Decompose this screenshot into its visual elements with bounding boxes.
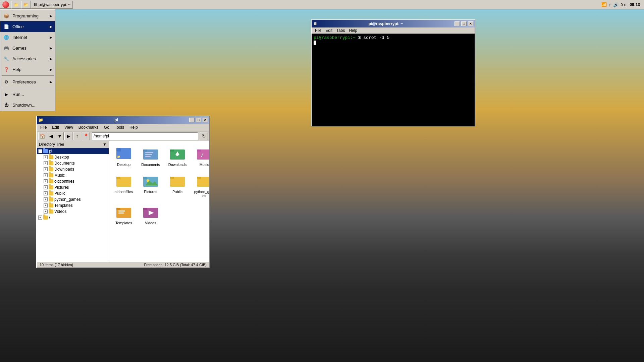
tree-folder-python-games-icon: [49, 197, 53, 201]
tree-folder-oldconffiles-icon: [49, 179, 53, 183]
file-item-pictures[interactable]: Pictures: [139, 171, 163, 199]
tree-expand-oldconffiles[interactable]: +: [44, 179, 48, 183]
filemanager-close-button[interactable]: ✕: [203, 118, 208, 122]
fm-menu-view[interactable]: View: [62, 124, 75, 130]
tree-item-root[interactable]: + /: [37, 215, 109, 221]
tree-expand-documents[interactable]: +: [44, 161, 48, 165]
tree-item-documents[interactable]: + Documents: [37, 160, 109, 166]
terminal-menu-edit[interactable]: Edit: [323, 28, 334, 33]
terminal-menu-file[interactable]: File: [313, 28, 323, 33]
fm-btn-dropdown[interactable]: ▼: [56, 132, 64, 140]
file-item-desktop[interactable]: 📁 Desktop: [112, 144, 136, 168]
raspi-menu-button[interactable]: [0, 1, 11, 9]
tree-expand-pictures[interactable]: +: [44, 185, 48, 189]
system-clock: 09:13: [628, 2, 642, 8]
svg-text:📁: 📁: [117, 155, 120, 158]
tree-item-desktop[interactable]: + Desktop: [37, 154, 109, 160]
menu-item-run[interactable]: ▶ Run...: [0, 89, 55, 100]
terminal-menu-help[interactable]: Help: [347, 28, 359, 33]
svg-marker-23: [170, 177, 174, 179]
file-item-templates-label: Templates: [115, 221, 132, 225]
tree-item-pi[interactable]: - pi: [37, 148, 109, 154]
menu-item-run-label: Run...: [12, 92, 52, 97]
tree-folder-pi-icon: [43, 149, 48, 153]
fm-tree-collapse-icon[interactable]: ▼: [103, 142, 107, 147]
tree-item-pictures[interactable]: + Pictures: [37, 184, 109, 190]
terminal-close-button[interactable]: ✕: [468, 21, 473, 26]
tree-expand-videos[interactable]: +: [44, 209, 48, 214]
file-item-public[interactable]: Public: [165, 171, 190, 199]
tree-item-python-games[interactable]: + python_games: [37, 196, 109, 202]
fm-menu-file[interactable]: File: [38, 124, 49, 130]
tree-item-oldconffiles[interactable]: + oldconffiles: [37, 178, 109, 184]
fm-btn-forward[interactable]: ▶: [64, 132, 72, 140]
terminal-taskbar-icon: 🖥: [33, 2, 37, 7]
terminal-window: 🖥 pi@raspberrypi: ~ _ □ ✕ File Edit Tabs…: [311, 19, 475, 127]
filemanager-title-icon: 📁: [38, 118, 43, 122]
filemanager-minimize-button[interactable]: _: [189, 118, 195, 122]
file-item-oldconffiles[interactable]: oldconffiles: [112, 171, 136, 199]
tree-item-public[interactable]: + Public: [37, 190, 109, 196]
fm-btn-reload[interactable]: ↻: [200, 132, 208, 140]
terminal-minimize-button[interactable]: _: [454, 21, 460, 26]
tree-expand-python-games[interactable]: +: [44, 197, 48, 201]
svg-rect-28: [118, 210, 125, 212]
file-item-music[interactable]: ♪ Music: [192, 144, 209, 168]
svg-marker-25: [197, 177, 201, 179]
menu-item-programming[interactable]: 📦 Programming ▶: [0, 10, 55, 21]
app-menu: 📦 Programming ▶ 📄 Office ▶ 🌐 Internet ▶ …: [0, 9, 55, 111]
tree-folder-root-icon: [43, 216, 48, 220]
file-item-downloads[interactable]: Downloads: [165, 144, 190, 168]
tree-folder-pictures-icon: [49, 185, 53, 189]
menu-item-internet-label: Internet: [12, 35, 47, 40]
menu-item-games[interactable]: 🎮 Games ▶: [0, 43, 55, 53]
tree-expand-pi[interactable]: -: [38, 149, 42, 153]
fm-btn-up[interactable]: ↑: [73, 132, 81, 140]
tree-expand-public[interactable]: +: [44, 191, 48, 195]
fm-tree-header: Directory Tree ▼: [37, 141, 109, 148]
fm-icon-grid: 📁 Desktop: [112, 144, 207, 227]
fm-btn-home[interactable]: 🏠: [38, 132, 46, 140]
volume-level: 0 x: [621, 3, 626, 7]
terminal-taskbar-btn[interactable]: 🖥 pi@raspberrypi: ~: [31, 1, 73, 9]
volume-icon[interactable]: 🔊: [613, 2, 619, 7]
menu-item-shutdown[interactable]: ⏻ Shutdown...: [0, 100, 55, 110]
tree-item-downloads[interactable]: + Downloads: [37, 166, 109, 172]
menu-item-accessories[interactable]: 🔧 Accessories ▶: [0, 53, 55, 64]
bluetooth-icon[interactable]: 📶: [601, 2, 607, 7]
menu-item-office[interactable]: 📄 Office ▶: [0, 21, 55, 32]
file-item-python-games[interactable]: python_games: [192, 171, 209, 199]
terminal-maximize-button[interactable]: □: [461, 21, 467, 26]
fm-btn-back[interactable]: ◀: [47, 132, 55, 140]
menu-item-preferences[interactable]: ⚙ Preferences ▶: [0, 76, 55, 87]
tree-item-videos[interactable]: + Videos: [37, 208, 109, 215]
file-item-videos[interactable]: Videos: [139, 202, 163, 227]
menu-item-preferences-label: Preferences: [12, 79, 47, 84]
tree-item-templates[interactable]: + Templates: [37, 202, 109, 208]
fm-address-bar[interactable]: [92, 132, 198, 140]
fm-menu-tools[interactable]: Tools: [113, 124, 126, 130]
fm-menu-go[interactable]: Go: [102, 124, 111, 130]
fm-menu-help[interactable]: Help: [127, 124, 140, 130]
terminal-menu-tabs[interactable]: Tabs: [334, 28, 347, 33]
tree-expand-desktop[interactable]: +: [44, 155, 48, 159]
menu-item-internet[interactable]: 🌐 Internet ▶: [0, 32, 55, 43]
tree-expand-downloads[interactable]: +: [44, 167, 48, 171]
filemanager-maximize-button[interactable]: □: [196, 118, 201, 122]
tree-expand-root[interactable]: +: [38, 216, 42, 220]
tree-expand-templates[interactable]: +: [44, 203, 48, 207]
file-item-documents[interactable]: Documents: [139, 144, 163, 168]
filemanager-toolbar: 🏠 ◀ ▼ ▶ ↑ 📍 ↻: [37, 131, 209, 141]
fm-menu-bookmarks[interactable]: Bookmarks: [76, 124, 101, 130]
fm-btn-location[interactable]: 📍: [82, 132, 90, 140]
terminal-body[interactable]: pi@raspberrypi:~ $ scrot -d 5: [312, 34, 475, 125]
tree-item-music[interactable]: + Music: [37, 172, 109, 178]
menu-item-help[interactable]: ❓ Help ▶: [0, 64, 55, 75]
fm-menu-edit[interactable]: Edit: [50, 124, 61, 130]
tree-expand-music[interactable]: +: [44, 173, 48, 177]
file-item-templates[interactable]: Templates: [112, 202, 136, 227]
games-icon: 🎮: [3, 45, 10, 51]
folder-taskbar-btn[interactable]: 📁: [11, 1, 21, 9]
filemanager-taskbar-btn[interactable]: 📂: [21, 1, 31, 9]
network-icon[interactable]: ↕: [609, 2, 611, 7]
